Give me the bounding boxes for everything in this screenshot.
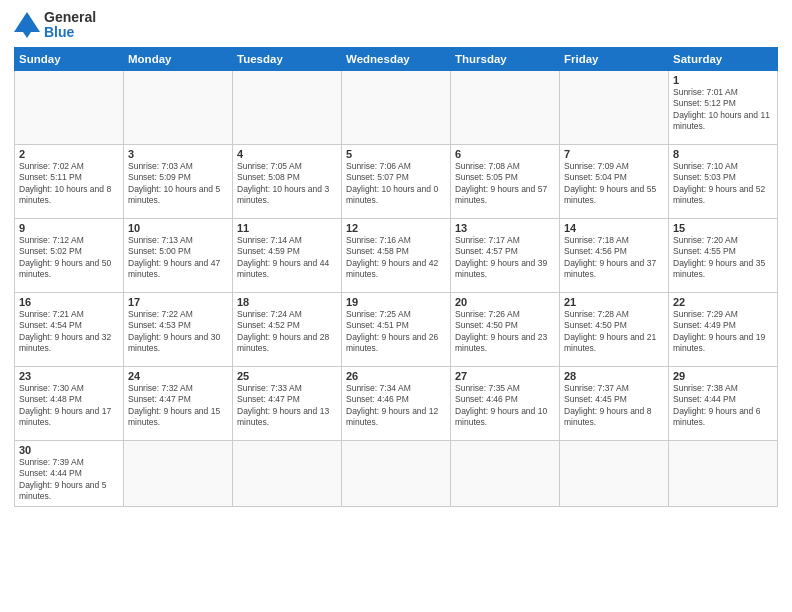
day-info: Sunrise: 7:39 AM Sunset: 4:44 PM Dayligh…: [19, 457, 119, 503]
day-info: Sunrise: 7:18 AM Sunset: 4:56 PM Dayligh…: [564, 235, 664, 281]
day-number: 6: [455, 148, 555, 160]
day-number: 18: [237, 296, 337, 308]
day-info: Sunrise: 7:32 AM Sunset: 4:47 PM Dayligh…: [128, 383, 228, 429]
calendar-cell: [451, 70, 560, 144]
logo-text: General Blue: [44, 10, 96, 41]
day-number: 30: [19, 444, 119, 456]
day-number: 21: [564, 296, 664, 308]
calendar-cell: 3Sunrise: 7:03 AM Sunset: 5:09 PM Daylig…: [124, 144, 233, 218]
day-number: 4: [237, 148, 337, 160]
calendar-cell: 8Sunrise: 7:10 AM Sunset: 5:03 PM Daylig…: [669, 144, 778, 218]
calendar-cell: 16Sunrise: 7:21 AM Sunset: 4:54 PM Dayli…: [15, 292, 124, 366]
day-info: Sunrise: 7:20 AM Sunset: 4:55 PM Dayligh…: [673, 235, 773, 281]
day-info: Sunrise: 7:02 AM Sunset: 5:11 PM Dayligh…: [19, 161, 119, 207]
weekday-header-monday: Monday: [124, 47, 233, 70]
calendar-cell: 28Sunrise: 7:37 AM Sunset: 4:45 PM Dayli…: [560, 366, 669, 440]
day-info: Sunrise: 7:29 AM Sunset: 4:49 PM Dayligh…: [673, 309, 773, 355]
calendar-cell: [124, 70, 233, 144]
day-number: 19: [346, 296, 446, 308]
calendar-cell: 9Sunrise: 7:12 AM Sunset: 5:02 PM Daylig…: [15, 218, 124, 292]
day-number: 22: [673, 296, 773, 308]
calendar-cell: 6Sunrise: 7:08 AM Sunset: 5:05 PM Daylig…: [451, 144, 560, 218]
calendar-cell: 1Sunrise: 7:01 AM Sunset: 5:12 PM Daylig…: [669, 70, 778, 144]
day-info: Sunrise: 7:03 AM Sunset: 5:09 PM Dayligh…: [128, 161, 228, 207]
calendar-cell: 22Sunrise: 7:29 AM Sunset: 4:49 PM Dayli…: [669, 292, 778, 366]
day-number: 12: [346, 222, 446, 234]
page: General Blue SundayMondayTuesdayWednesda…: [0, 0, 792, 612]
day-info: Sunrise: 7:22 AM Sunset: 4:53 PM Dayligh…: [128, 309, 228, 355]
day-number: 5: [346, 148, 446, 160]
weekday-header-tuesday: Tuesday: [233, 47, 342, 70]
weekday-header-sunday: Sunday: [15, 47, 124, 70]
calendar-cell: [342, 440, 451, 506]
day-info: Sunrise: 7:35 AM Sunset: 4:46 PM Dayligh…: [455, 383, 555, 429]
weekday-header-thursday: Thursday: [451, 47, 560, 70]
day-number: 2: [19, 148, 119, 160]
day-info: Sunrise: 7:12 AM Sunset: 5:02 PM Dayligh…: [19, 235, 119, 281]
calendar-cell: 30Sunrise: 7:39 AM Sunset: 4:44 PM Dayli…: [15, 440, 124, 506]
day-info: Sunrise: 7:08 AM Sunset: 5:05 PM Dayligh…: [455, 161, 555, 207]
day-number: 20: [455, 296, 555, 308]
calendar-cell: 24Sunrise: 7:32 AM Sunset: 4:47 PM Dayli…: [124, 366, 233, 440]
day-number: 10: [128, 222, 228, 234]
day-number: 17: [128, 296, 228, 308]
calendar-cell: [669, 440, 778, 506]
calendar-cell: 12Sunrise: 7:16 AM Sunset: 4:58 PM Dayli…: [342, 218, 451, 292]
day-number: 3: [128, 148, 228, 160]
calendar-cell: 21Sunrise: 7:28 AM Sunset: 4:50 PM Dayli…: [560, 292, 669, 366]
day-number: 29: [673, 370, 773, 382]
calendar-week-row: 9Sunrise: 7:12 AM Sunset: 5:02 PM Daylig…: [15, 218, 778, 292]
header: General Blue: [14, 10, 778, 41]
day-number: 15: [673, 222, 773, 234]
calendar-cell: 17Sunrise: 7:22 AM Sunset: 4:53 PM Dayli…: [124, 292, 233, 366]
calendar-week-row: 16Sunrise: 7:21 AM Sunset: 4:54 PM Dayli…: [15, 292, 778, 366]
calendar-week-row: 1Sunrise: 7:01 AM Sunset: 5:12 PM Daylig…: [15, 70, 778, 144]
day-number: 16: [19, 296, 119, 308]
calendar-cell: 13Sunrise: 7:17 AM Sunset: 4:57 PM Dayli…: [451, 218, 560, 292]
calendar-cell: 26Sunrise: 7:34 AM Sunset: 4:46 PM Dayli…: [342, 366, 451, 440]
day-info: Sunrise: 7:13 AM Sunset: 5:00 PM Dayligh…: [128, 235, 228, 281]
weekday-header-wednesday: Wednesday: [342, 47, 451, 70]
calendar-cell: [233, 70, 342, 144]
day-number: 23: [19, 370, 119, 382]
day-info: Sunrise: 7:05 AM Sunset: 5:08 PM Dayligh…: [237, 161, 337, 207]
calendar-cell: 20Sunrise: 7:26 AM Sunset: 4:50 PM Dayli…: [451, 292, 560, 366]
day-number: 11: [237, 222, 337, 234]
day-number: 14: [564, 222, 664, 234]
day-info: Sunrise: 7:01 AM Sunset: 5:12 PM Dayligh…: [673, 87, 773, 133]
calendar-cell: 7Sunrise: 7:09 AM Sunset: 5:04 PM Daylig…: [560, 144, 669, 218]
calendar-cell: 5Sunrise: 7:06 AM Sunset: 5:07 PM Daylig…: [342, 144, 451, 218]
day-number: 25: [237, 370, 337, 382]
calendar-cell: [560, 440, 669, 506]
day-info: Sunrise: 7:14 AM Sunset: 4:59 PM Dayligh…: [237, 235, 337, 281]
logo: General Blue: [14, 10, 96, 41]
day-info: Sunrise: 7:24 AM Sunset: 4:52 PM Dayligh…: [237, 309, 337, 355]
day-info: Sunrise: 7:06 AM Sunset: 5:07 PM Dayligh…: [346, 161, 446, 207]
day-info: Sunrise: 7:25 AM Sunset: 4:51 PM Dayligh…: [346, 309, 446, 355]
day-info: Sunrise: 7:30 AM Sunset: 4:48 PM Dayligh…: [19, 383, 119, 429]
day-number: 1: [673, 74, 773, 86]
day-number: 7: [564, 148, 664, 160]
calendar-week-row: 23Sunrise: 7:30 AM Sunset: 4:48 PM Dayli…: [15, 366, 778, 440]
calendar-cell: [451, 440, 560, 506]
weekday-header-saturday: Saturday: [669, 47, 778, 70]
calendar-cell: 14Sunrise: 7:18 AM Sunset: 4:56 PM Dayli…: [560, 218, 669, 292]
day-info: Sunrise: 7:34 AM Sunset: 4:46 PM Dayligh…: [346, 383, 446, 429]
day-number: 13: [455, 222, 555, 234]
calendar-cell: 23Sunrise: 7:30 AM Sunset: 4:48 PM Dayli…: [15, 366, 124, 440]
weekday-header-friday: Friday: [560, 47, 669, 70]
day-info: Sunrise: 7:26 AM Sunset: 4:50 PM Dayligh…: [455, 309, 555, 355]
calendar-cell: 11Sunrise: 7:14 AM Sunset: 4:59 PM Dayli…: [233, 218, 342, 292]
day-number: 27: [455, 370, 555, 382]
day-info: Sunrise: 7:21 AM Sunset: 4:54 PM Dayligh…: [19, 309, 119, 355]
calendar-cell: [15, 70, 124, 144]
calendar-cell: 29Sunrise: 7:38 AM Sunset: 4:44 PM Dayli…: [669, 366, 778, 440]
calendar-cell: 27Sunrise: 7:35 AM Sunset: 4:46 PM Dayli…: [451, 366, 560, 440]
day-info: Sunrise: 7:16 AM Sunset: 4:58 PM Dayligh…: [346, 235, 446, 281]
day-info: Sunrise: 7:38 AM Sunset: 4:44 PM Dayligh…: [673, 383, 773, 429]
calendar-cell: [233, 440, 342, 506]
day-info: Sunrise: 7:37 AM Sunset: 4:45 PM Dayligh…: [564, 383, 664, 429]
day-number: 24: [128, 370, 228, 382]
calendar-week-row: 2Sunrise: 7:02 AM Sunset: 5:11 PM Daylig…: [15, 144, 778, 218]
day-number: 26: [346, 370, 446, 382]
